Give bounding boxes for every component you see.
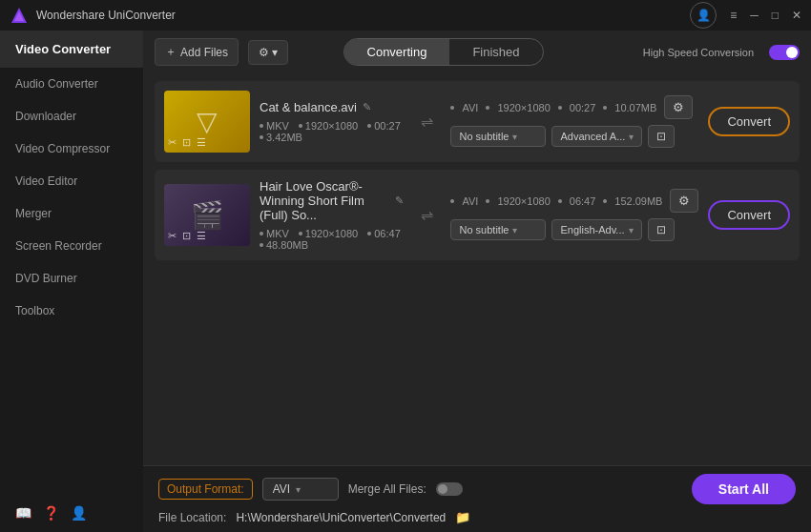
menu-icon[interactable]: ≡ (730, 9, 737, 22)
bottom-bar: Output Format: AVI ▾ Merge All Files: St… (143, 465, 811, 532)
dot (486, 106, 489, 110)
dot (260, 243, 263, 247)
chevron-down-icon: ▾ (629, 132, 634, 142)
file-name-2: Hair Love Oscar®-Winning Short Film (Ful… (260, 179, 389, 222)
preview-btn-1[interactable]: ⊡ (648, 125, 675, 148)
sidebar-item-screen-recorder[interactable]: Screen Recorder (0, 230, 143, 262)
advanced-value-1: Advanced A... (560, 131, 625, 142)
high-speed-toggle[interactable] (769, 45, 800, 60)
user-icon[interactable]: 👤 (71, 505, 87, 521)
sidebar-item-video-converter[interactable]: Video Converter (0, 31, 143, 68)
thumb-2-icon: 🎬 (191, 199, 224, 231)
sidebar-item-toolbox[interactable]: Toolbox (0, 295, 143, 327)
add-files-label: Add Files (180, 46, 228, 59)
dot (299, 232, 302, 235)
convert-button-2[interactable]: Convert (708, 200, 790, 230)
subtitle-value-1: No subtitle (459, 131, 509, 142)
output-meta-1: AVI 1920×1080 00:27 10.07MB ⚙ (450, 95, 698, 119)
thumb-controls-1: ✂ ⊡ ☰ (168, 136, 206, 149)
arrow-1: ⇌ (413, 113, 441, 131)
input-size-1: 3.42MB (260, 132, 302, 143)
input-size-2: 48.80MB (260, 239, 308, 251)
file-info-1: Cat & balance.avi ✎ MKV 1920×1080 (260, 100, 404, 143)
edit-icon-2[interactable]: ✎ (395, 194, 404, 207)
convert-button-1[interactable]: Convert (708, 107, 790, 136)
toolbar: ＋ Add Files ⚙ ▾ Converting Finished High… (143, 31, 811, 73)
chevron-down-icon: ▾ (296, 484, 301, 495)
thumb-controls-2: ✂ ⊡ ☰ (168, 230, 206, 242)
sidebar-item-merger[interactable]: Merger (0, 197, 143, 230)
input-res-2: 1920×1080 (299, 228, 358, 239)
start-all-button[interactable]: Start All (692, 474, 796, 504)
file-meta-1b: 3.42MB (260, 132, 404, 143)
file-card-2-header: 🎬 ✂ ⊡ ☰ Hair Love Oscar®-Winning Short F… (164, 179, 790, 251)
output-res-2: 1920×1080 (497, 195, 550, 207)
tab-converting[interactable]: Converting (344, 39, 450, 65)
main-layout: Video Converter Audio Converter Download… (0, 31, 811, 532)
sidebar-item-downloader[interactable]: Downloader (0, 100, 143, 133)
sidebar-item-video-editor[interactable]: Video Editor (0, 165, 143, 197)
help-book-icon[interactable]: 📖 (15, 505, 31, 521)
subtitle-select-2[interactable]: No subtitle ▾ (450, 219, 546, 240)
profile-icon[interactable]: 👤 (690, 2, 717, 29)
dot (450, 106, 454, 110)
dot (260, 124, 263, 128)
sidebar-item-video-compressor[interactable]: Video Compressor (0, 133, 143, 165)
dot (603, 106, 607, 110)
settings-button[interactable]: ⚙ ▾ (248, 40, 288, 65)
merge-all-label: Merge All Files: (348, 482, 426, 496)
file-meta-1: MKV 1920×1080 00:27 (260, 120, 404, 132)
preview-btn-2[interactable]: ⊡ (648, 218, 675, 241)
dot (486, 199, 489, 203)
output-format-2: AVI (462, 195, 478, 207)
output-res-1: 1920×1080 (497, 102, 550, 113)
folder-icon[interactable]: 📁 (455, 510, 470, 524)
cut-icon[interactable]: ✂ (168, 136, 177, 149)
crop-icon[interactable]: ⊡ (182, 136, 191, 149)
list-icon[interactable]: ☰ (197, 230, 206, 242)
titlebar-left: Wondershare UniConverter (10, 6, 176, 25)
crop-icon[interactable]: ⊡ (182, 230, 191, 242)
chevron-down-icon: ▾ (512, 225, 517, 235)
add-files-button[interactable]: ＋ Add Files (155, 38, 239, 66)
list-icon[interactable]: ☰ (197, 136, 206, 149)
output-dur-1: 00:27 (570, 102, 596, 113)
file-meta-2b: 48.80MB (260, 239, 404, 251)
dot (603, 199, 607, 203)
sidebar-item-dvd-burner[interactable]: DVD Burner (0, 262, 143, 295)
file-name-row-2: Hair Love Oscar®-Winning Short Film (Ful… (260, 179, 404, 222)
advanced-select-2[interactable]: English-Adv... ▾ (551, 219, 641, 240)
input-dur-2: 06:47 (367, 228, 401, 239)
minimize-button[interactable]: ─ (750, 9, 759, 22)
subtitle-select-1[interactable]: No subtitle ▾ (450, 126, 546, 147)
bottom-row-1: Output Format: AVI ▾ Merge All Files: St… (158, 474, 796, 504)
output-gear-2[interactable]: ⚙ (670, 189, 698, 213)
output-format-label[interactable]: Output Format: (158, 479, 253, 500)
add-icon: ＋ (165, 44, 177, 60)
maximize-button[interactable]: □ (772, 9, 779, 22)
high-speed-label: High Speed Conversion (643, 47, 754, 58)
titlebar: Wondershare UniConverter 👤 ≡ ─ □ ✕ (0, 0, 811, 31)
dot (299, 124, 302, 128)
file-name-row-1: Cat & balance.avi ✎ (260, 100, 404, 114)
dot (558, 106, 562, 110)
output-gear-1[interactable]: ⚙ (664, 95, 693, 119)
merge-toggle[interactable] (436, 482, 463, 496)
close-button[interactable]: ✕ (792, 9, 801, 22)
app-logo-icon (10, 6, 29, 25)
dot (450, 199, 454, 203)
question-icon[interactable]: ❓ (43, 505, 59, 521)
format-select[interactable]: AVI ▾ (262, 478, 339, 501)
cut-icon[interactable]: ✂ (168, 230, 177, 242)
settings-icon: ⚙ ▾ (259, 46, 278, 59)
advanced-select-1[interactable]: Advanced A... ▾ (551, 126, 642, 147)
file-location-value: H:\Wondershare\UniConverter\Converted (236, 511, 446, 524)
edit-icon-1[interactable]: ✎ (363, 101, 371, 113)
output-size-2: 152.09MB (614, 195, 662, 207)
output-dur-2: 06:47 (570, 195, 596, 207)
file-card-1: ▽ ✂ ⊡ ☰ Cat & balance.avi ✎ (155, 81, 800, 162)
input-res-1: 1920×1080 (299, 120, 358, 132)
tab-finished[interactable]: Finished (449, 39, 542, 65)
file-thumb-1: ▽ ✂ ⊡ ☰ (164, 91, 250, 153)
sidebar-item-audio-converter[interactable]: Audio Converter (0, 68, 143, 100)
